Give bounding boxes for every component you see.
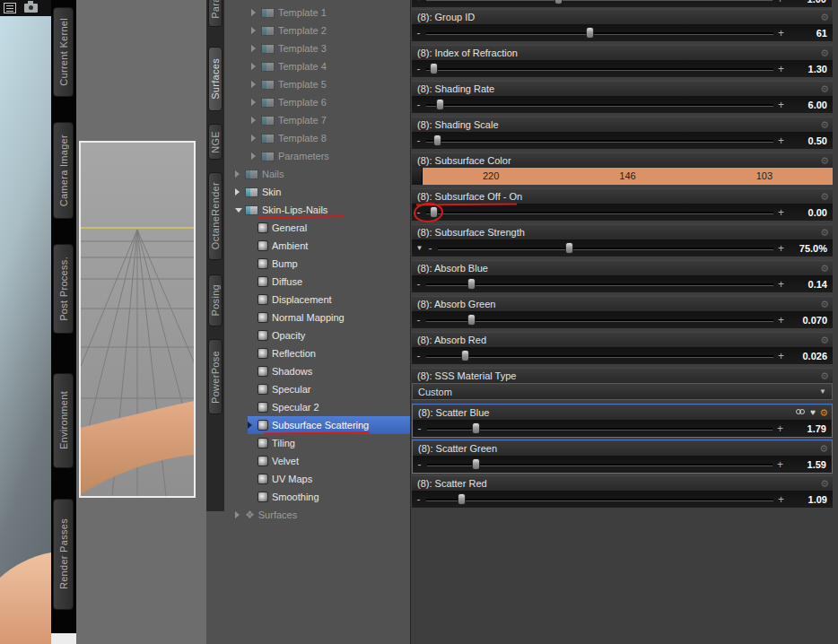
- slider-8-subsurface-strength[interactable]: ▼-+75.0%: [412, 239, 833, 257]
- tree-item-displacement[interactable]: Displacement: [248, 291, 410, 309]
- tree-item-smoothing[interactable]: Smoothing: [248, 488, 410, 506]
- gear-icon[interactable]: ⚙: [820, 84, 829, 94]
- pane-tab-parameters[interactable]: Parameters: [208, 0, 223, 27]
- expand-arrow-icon[interactable]: [235, 511, 245, 518]
- increment-button[interactable]: +: [776, 27, 786, 39]
- increment-button[interactable]: +: [776, 99, 786, 111]
- increment-button[interactable]: +: [775, 422, 785, 435]
- property-header[interactable]: (8): Shading Scale⚙: [412, 117, 833, 132]
- increment-button[interactable]: +: [776, 63, 786, 75]
- pane-tab-octanerender[interactable]: OctaneRender: [208, 172, 223, 260]
- property-header[interactable]: (8): Absorb Red⚙: [412, 332, 833, 347]
- gear-icon[interactable]: ⚙: [820, 48, 829, 58]
- slider-handle[interactable]: [472, 422, 480, 434]
- tree-item-bump[interactable]: Bump: [248, 255, 410, 273]
- property-header[interactable]: (8): Absorb Blue⚙: [412, 260, 833, 275]
- expander-button[interactable]: ▼: [414, 244, 425, 252]
- color-chip[interactable]: [412, 168, 423, 185]
- slider-track[interactable]: [426, 24, 773, 41]
- decrement-button[interactable]: -: [415, 458, 424, 471]
- decrement-button[interactable]: -: [414, 27, 423, 39]
- tree-item-diffuse[interactable]: Diffuse: [248, 273, 410, 291]
- property-header[interactable]: (8): SSS Material Type⚙: [412, 368, 833, 383]
- decrement-button[interactable]: -: [415, 422, 424, 435]
- slider-handle[interactable]: [554, 0, 563, 4]
- tree-item-template-8[interactable]: Template 8: [251, 129, 410, 147]
- slider-track[interactable]: [426, 311, 773, 328]
- slider-8-shading-rate[interactable]: -+6.00: [412, 96, 833, 113]
- expand-arrow-icon[interactable]: [251, 117, 261, 124]
- slider-handle[interactable]: [430, 63, 438, 74]
- tree-item-template-6[interactable]: Template 6: [251, 93, 410, 111]
- property-header[interactable]: (8): Scatter Red⚙: [412, 475, 833, 491]
- tree-item-velvet[interactable]: Velvet: [248, 452, 410, 470]
- increment-button[interactable]: +: [776, 242, 786, 255]
- decrement-button[interactable]: -: [414, 493, 423, 506]
- tree-item-template-3[interactable]: Template 3: [251, 39, 410, 57]
- slider-8-scatter-green[interactable]: -+1.59: [413, 456, 832, 473]
- decrement-button[interactable]: -: [425, 242, 435, 255]
- property-header[interactable]: (8): Absorb Green⚙: [412, 296, 833, 311]
- slider-8-subsurface-off-on[interactable]: -+0.00: [412, 204, 833, 221]
- tree-item-template-1[interactable]: Template 1: [251, 4, 410, 22]
- tree-item-ambient[interactable]: Ambient: [248, 237, 410, 255]
- gear-icon[interactable]: ⚙: [820, 228, 829, 238]
- property-header[interactable]: (8): Subsurface Color⚙: [412, 152, 833, 168]
- decrement-button[interactable]: -: [414, 135, 423, 147]
- left-tab-environment[interactable]: Environment: [53, 373, 74, 468]
- slider-handle[interactable]: [586, 27, 594, 39]
- increment-button[interactable]: +: [775, 458, 785, 471]
- gear-icon[interactable]: ⚙: [820, 335, 829, 345]
- slider-track[interactable]: [438, 239, 773, 257]
- menu-icon[interactable]: [4, 3, 16, 13]
- property-header[interactable]: (8): Shading Rate⚙: [412, 81, 833, 96]
- gear-icon[interactable]: ⚙: [820, 300, 829, 309]
- slider-track[interactable]: [427, 456, 773, 473]
- tree-item-general[interactable]: General: [248, 219, 410, 237]
- increment-button[interactable]: +: [775, 0, 785, 5]
- expand-arrow-icon[interactable]: [251, 45, 261, 52]
- tree-item-template-7[interactable]: Template 7: [251, 111, 410, 129]
- slider-track[interactable]: [426, 347, 773, 364]
- tree-item-parameters[interactable]: Parameters: [251, 147, 410, 165]
- pane-tab-nge[interactable]: NGE: [208, 124, 223, 160]
- tree-item-surfaces[interactable]: ❖Surfaces: [235, 506, 410, 524]
- expand-arrow-icon[interactable]: [251, 135, 261, 142]
- slider-8-absorb-red[interactable]: -+0.026: [412, 347, 833, 364]
- expand-arrow-icon[interactable]: [248, 422, 258, 429]
- slider-8-absorb-blue[interactable]: -+0.14: [412, 275, 833, 292]
- pane-tab-surfaces[interactable]: Surfaces: [208, 47, 223, 111]
- gear-icon[interactable]: ⚙: [819, 408, 828, 418]
- left-tab-current-kernel[interactable]: Current Kernel: [53, 7, 74, 97]
- pane-tab-posing[interactable]: Posing: [208, 274, 223, 326]
- slider-handle[interactable]: [430, 206, 438, 218]
- tree-item-normal-mapping[interactable]: Normal Mapping: [248, 309, 410, 326]
- slider-8-scatter-blue[interactable]: -+1.79: [413, 420, 832, 437]
- render-viewport[interactable]: [0, 0, 51, 644]
- left-tab-camera-imager[interactable]: Camera Imager: [53, 122, 74, 219]
- slider-track[interactable]: [426, 275, 773, 292]
- decrement-button[interactable]: -: [414, 99, 423, 111]
- gear-icon[interactable]: ⚙: [820, 479, 829, 489]
- property-header[interactable]: (8): Subsurface Off - On⚙: [412, 188, 833, 204]
- slider-8-group-id[interactable]: -+61: [412, 24, 833, 41]
- property-header[interactable]: (8): Scatter Green⚙: [413, 440, 832, 456]
- slider-track[interactable]: [426, 204, 773, 221]
- property-header[interactable]: (8): Index of Refraction⚙: [412, 45, 833, 60]
- tree-item-specular[interactable]: Specular: [248, 380, 410, 398]
- slider-handle[interactable]: [436, 99, 444, 110]
- color-swatch[interactable]: 220146103: [423, 168, 833, 185]
- tree-item-uv-maps[interactable]: UV Maps: [248, 470, 410, 488]
- partial-slider[interactable]: -+1.00: [412, 0, 832, 7]
- material-type-dropdown[interactable]: Custom▼: [412, 383, 833, 400]
- expand-arrow-icon[interactable]: [235, 170, 245, 178]
- expand-arrow-icon[interactable]: [251, 152, 261, 160]
- gear-icon[interactable]: ⚙: [820, 371, 829, 381]
- expand-arrow-icon[interactable]: [251, 63, 261, 70]
- slider-handle[interactable]: [565, 242, 573, 254]
- increment-button[interactable]: +: [776, 206, 786, 219]
- property-header[interactable]: (8): Subsurface Strength⚙: [412, 224, 833, 239]
- expand-arrow-icon[interactable]: [251, 27, 261, 34]
- slider-handle[interactable]: [433, 135, 441, 146]
- increment-button[interactable]: +: [776, 314, 786, 326]
